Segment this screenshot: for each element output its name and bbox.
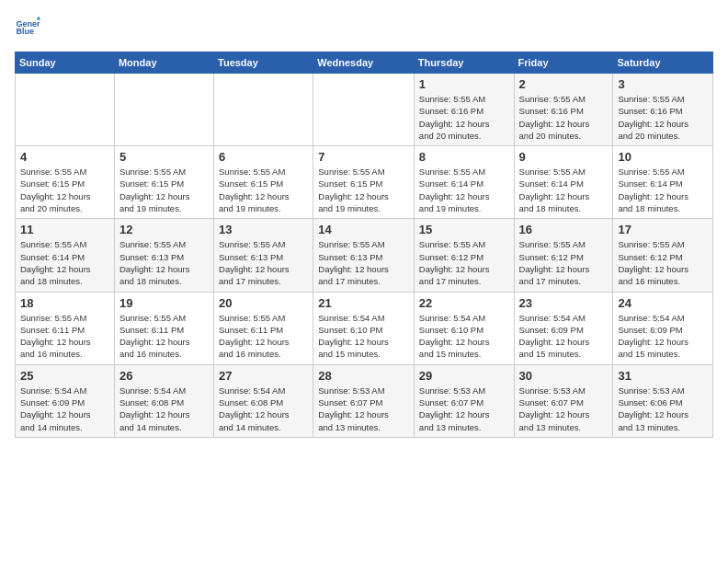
day-number: 21 <box>318 296 409 310</box>
day-number: 28 <box>318 369 409 383</box>
day-number: 30 <box>519 369 609 383</box>
logo-icon: General Blue <box>15 15 40 40</box>
calendar-header-tuesday: Tuesday <box>214 52 313 74</box>
calendar-cell: 27Sunrise: 5:54 AM Sunset: 6:08 PM Dayli… <box>214 364 313 437</box>
day-number: 3 <box>618 77 708 91</box>
calendar-cell: 28Sunrise: 5:53 AM Sunset: 6:07 PM Dayli… <box>313 364 415 437</box>
logo: General Blue <box>15 15 44 40</box>
calendar-cell: 22Sunrise: 5:54 AM Sunset: 6:10 PM Dayli… <box>414 292 514 364</box>
calendar-cell: 13Sunrise: 5:55 AM Sunset: 6:13 PM Dayli… <box>214 219 313 292</box>
calendar-cell: 14Sunrise: 5:55 AM Sunset: 6:13 PM Dayli… <box>313 219 415 292</box>
day-number: 19 <box>119 296 209 310</box>
day-info: Sunrise: 5:55 AM Sunset: 6:11 PM Dayligh… <box>119 312 209 361</box>
day-info: Sunrise: 5:53 AM Sunset: 6:07 PM Dayligh… <box>519 385 609 433</box>
day-number: 4 <box>20 150 109 164</box>
calendar-cell: 31Sunrise: 5:53 AM Sunset: 6:06 PM Dayli… <box>613 364 713 437</box>
day-info: Sunrise: 5:55 AM Sunset: 6:15 PM Dayligh… <box>20 166 109 214</box>
calendar-cell: 2Sunrise: 5:55 AM Sunset: 6:16 PM Daylig… <box>514 74 613 146</box>
calendar-cell: 9Sunrise: 5:55 AM Sunset: 6:14 PM Daylig… <box>514 146 613 219</box>
calendar-cell <box>313 74 415 146</box>
calendar-cell: 16Sunrise: 5:55 AM Sunset: 6:12 PM Dayli… <box>514 219 613 292</box>
svg-text:Blue: Blue <box>16 27 34 36</box>
calendar-cell: 3Sunrise: 5:55 AM Sunset: 6:16 PM Daylig… <box>613 74 713 146</box>
day-number: 7 <box>318 150 409 164</box>
day-number: 31 <box>618 369 708 383</box>
day-number: 13 <box>219 223 308 236</box>
day-info: Sunrise: 5:54 AM Sunset: 6:09 PM Dayligh… <box>519 312 609 361</box>
day-info: Sunrise: 5:53 AM Sunset: 6:07 PM Dayligh… <box>419 385 509 433</box>
day-number: 2 <box>519 77 609 91</box>
calendar-cell: 30Sunrise: 5:53 AM Sunset: 6:07 PM Dayli… <box>514 364 613 437</box>
svg-marker-2 <box>37 16 40 19</box>
day-info: Sunrise: 5:55 AM Sunset: 6:11 PM Dayligh… <box>219 312 308 361</box>
day-number: 1 <box>419 77 509 91</box>
day-number: 11 <box>20 223 109 236</box>
day-info: Sunrise: 5:55 AM Sunset: 6:14 PM Dayligh… <box>20 238 109 287</box>
calendar-cell: 5Sunrise: 5:55 AM Sunset: 6:15 PM Daylig… <box>114 146 213 219</box>
day-number: 27 <box>219 369 308 383</box>
day-number: 8 <box>419 150 509 164</box>
calendar-cell: 23Sunrise: 5:54 AM Sunset: 6:09 PM Dayli… <box>514 292 613 364</box>
day-info: Sunrise: 5:54 AM Sunset: 6:09 PM Dayligh… <box>20 385 109 433</box>
day-info: Sunrise: 5:54 AM Sunset: 6:09 PM Dayligh… <box>618 312 708 361</box>
day-info: Sunrise: 5:55 AM Sunset: 6:16 PM Dayligh… <box>618 93 708 142</box>
day-info: Sunrise: 5:53 AM Sunset: 6:06 PM Dayligh… <box>618 385 708 433</box>
calendar-cell: 24Sunrise: 5:54 AM Sunset: 6:09 PM Dayli… <box>613 292 713 364</box>
calendar-cell: 11Sunrise: 5:55 AM Sunset: 6:14 PM Dayli… <box>16 219 115 292</box>
day-number: 15 <box>419 223 509 236</box>
day-number: 23 <box>519 296 609 310</box>
day-info: Sunrise: 5:55 AM Sunset: 6:12 PM Dayligh… <box>419 238 509 287</box>
calendar-header-sunday: Sunday <box>16 52 115 74</box>
day-number: 12 <box>119 223 209 236</box>
day-number: 14 <box>318 223 409 236</box>
day-info: Sunrise: 5:55 AM Sunset: 6:16 PM Dayligh… <box>419 93 509 142</box>
calendar-cell: 4Sunrise: 5:55 AM Sunset: 6:15 PM Daylig… <box>16 146 115 219</box>
day-number: 25 <box>20 369 109 383</box>
calendar-cell: 18Sunrise: 5:55 AM Sunset: 6:11 PM Dayli… <box>16 292 115 364</box>
day-number: 18 <box>20 296 109 310</box>
calendar-header-wednesday: Wednesday <box>313 52 415 74</box>
calendar-cell <box>114 74 213 146</box>
calendar-cell: 7Sunrise: 5:55 AM Sunset: 6:15 PM Daylig… <box>313 146 415 219</box>
calendar-cell: 21Sunrise: 5:54 AM Sunset: 6:10 PM Dayli… <box>313 292 415 364</box>
day-info: Sunrise: 5:55 AM Sunset: 6:14 PM Dayligh… <box>419 166 509 214</box>
calendar-cell <box>16 74 115 146</box>
day-info: Sunrise: 5:55 AM Sunset: 6:11 PM Dayligh… <box>20 312 109 361</box>
day-info: Sunrise: 5:55 AM Sunset: 6:15 PM Dayligh… <box>119 166 209 214</box>
day-number: 5 <box>119 150 209 164</box>
calendar-cell <box>214 74 313 146</box>
calendar-cell: 6Sunrise: 5:55 AM Sunset: 6:15 PM Daylig… <box>214 146 313 219</box>
calendar-header-saturday: Saturday <box>613 52 713 74</box>
day-info: Sunrise: 5:55 AM Sunset: 6:12 PM Dayligh… <box>618 238 708 287</box>
calendar-cell: 12Sunrise: 5:55 AM Sunset: 6:13 PM Dayli… <box>114 219 213 292</box>
day-number: 29 <box>419 369 509 383</box>
day-number: 17 <box>618 223 708 236</box>
day-info: Sunrise: 5:55 AM Sunset: 6:16 PM Dayligh… <box>519 93 609 142</box>
day-info: Sunrise: 5:55 AM Sunset: 6:12 PM Dayligh… <box>519 238 609 287</box>
day-info: Sunrise: 5:55 AM Sunset: 6:13 PM Dayligh… <box>318 238 409 287</box>
calendar-cell: 15Sunrise: 5:55 AM Sunset: 6:12 PM Dayli… <box>414 219 514 292</box>
day-info: Sunrise: 5:53 AM Sunset: 6:07 PM Dayligh… <box>318 385 409 433</box>
calendar-cell: 8Sunrise: 5:55 AM Sunset: 6:14 PM Daylig… <box>414 146 514 219</box>
calendar-header-monday: Monday <box>114 52 213 74</box>
day-info: Sunrise: 5:54 AM Sunset: 6:08 PM Dayligh… <box>119 385 209 433</box>
calendar-cell: 10Sunrise: 5:55 AM Sunset: 6:14 PM Dayli… <box>613 146 713 219</box>
calendar-header-friday: Friday <box>514 52 613 74</box>
day-info: Sunrise: 5:54 AM Sunset: 6:10 PM Dayligh… <box>318 312 409 361</box>
calendar-cell: 17Sunrise: 5:55 AM Sunset: 6:12 PM Dayli… <box>613 219 713 292</box>
day-number: 20 <box>219 296 308 310</box>
day-info: Sunrise: 5:55 AM Sunset: 6:13 PM Dayligh… <box>119 238 209 287</box>
day-number: 10 <box>618 150 708 164</box>
day-info: Sunrise: 5:55 AM Sunset: 6:14 PM Dayligh… <box>618 166 708 214</box>
day-number: 16 <box>519 223 609 236</box>
day-info: Sunrise: 5:55 AM Sunset: 6:15 PM Dayligh… <box>219 166 308 214</box>
day-info: Sunrise: 5:55 AM Sunset: 6:13 PM Dayligh… <box>219 238 308 287</box>
day-info: Sunrise: 5:55 AM Sunset: 6:15 PM Dayligh… <box>318 166 409 214</box>
calendar-cell: 26Sunrise: 5:54 AM Sunset: 6:08 PM Dayli… <box>114 364 213 437</box>
day-number: 22 <box>419 296 509 310</box>
day-info: Sunrise: 5:55 AM Sunset: 6:14 PM Dayligh… <box>519 166 609 214</box>
calendar-cell: 1Sunrise: 5:55 AM Sunset: 6:16 PM Daylig… <box>414 74 514 146</box>
day-number: 26 <box>119 369 209 383</box>
calendar-cell: 25Sunrise: 5:54 AM Sunset: 6:09 PM Dayli… <box>16 364 115 437</box>
calendar-header-thursday: Thursday <box>414 52 514 74</box>
